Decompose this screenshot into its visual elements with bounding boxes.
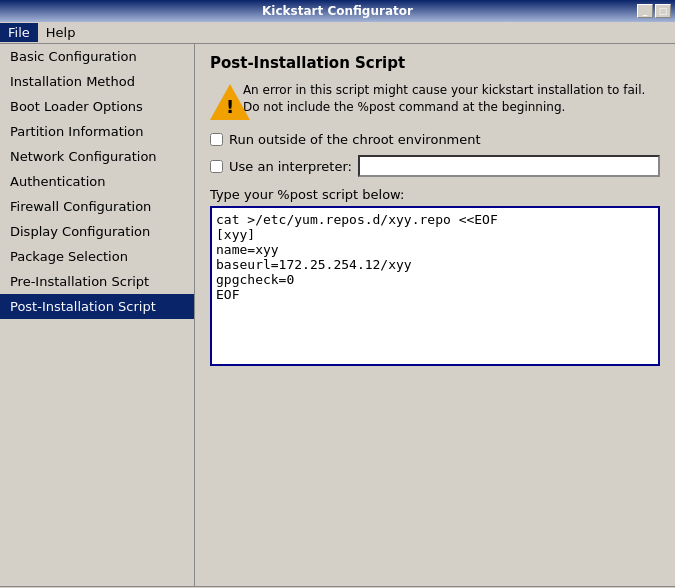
script-textarea[interactable]: cat >/etc/yum.repos.d/xyy.repo <<EOF [xy…	[210, 206, 660, 366]
chroot-checkbox[interactable]	[210, 133, 223, 146]
title-bar-buttons: _ □	[637, 4, 671, 18]
sidebar-item-basic-configuration[interactable]: Basic Configuration	[0, 44, 194, 69]
sidebar-item-installation-method[interactable]: Installation Method	[0, 69, 194, 94]
sidebar-item-pre-installation-script[interactable]: Pre-Installation Script	[0, 269, 194, 294]
warning-icon	[210, 82, 233, 122]
interpreter-row: Use an interpreter:	[210, 155, 660, 177]
sidebar-item-network-configuration[interactable]: Network Configuration	[0, 144, 194, 169]
title-bar: Kickstart Configurator _ □	[0, 0, 675, 22]
sidebar-item-package-selection[interactable]: Package Selection	[0, 244, 194, 269]
interpreter-label: Use an interpreter:	[229, 159, 352, 174]
window-title: Kickstart Configurator	[262, 4, 413, 18]
menu-help[interactable]: Help	[38, 23, 84, 42]
menu-bar: File Help	[0, 22, 675, 44]
menu-file[interactable]: File	[0, 23, 38, 42]
interpreter-checkbox[interactable]	[210, 160, 223, 173]
sidebar: Basic Configuration Installation Method …	[0, 44, 195, 586]
minimize-button[interactable]: _	[637, 4, 653, 18]
interpreter-input[interactable]	[358, 155, 660, 177]
sidebar-item-firewall-configuration[interactable]: Firewall Configuration	[0, 194, 194, 219]
script-label: Type your %post script below:	[210, 187, 660, 202]
chroot-label: Run outside of the chroot environment	[229, 132, 481, 147]
main-container: Basic Configuration Installation Method …	[0, 44, 675, 586]
warning-box: An error in this script might cause your…	[210, 82, 660, 122]
chroot-checkbox-row: Run outside of the chroot environment	[210, 132, 660, 147]
content-area: Post-Installation Script An error in thi…	[195, 44, 675, 586]
page-title: Post-Installation Script	[210, 54, 660, 72]
warning-text: An error in this script might cause your…	[243, 82, 660, 116]
sidebar-item-post-installation-script[interactable]: Post-Installation Script	[0, 294, 194, 319]
sidebar-item-display-configuration[interactable]: Display Configuration	[0, 219, 194, 244]
sidebar-item-authentication[interactable]: Authentication	[0, 169, 194, 194]
sidebar-item-partition-information[interactable]: Partition Information	[0, 119, 194, 144]
maximize-button[interactable]: □	[655, 4, 671, 18]
sidebar-item-boot-loader-options[interactable]: Boot Loader Options	[0, 94, 194, 119]
